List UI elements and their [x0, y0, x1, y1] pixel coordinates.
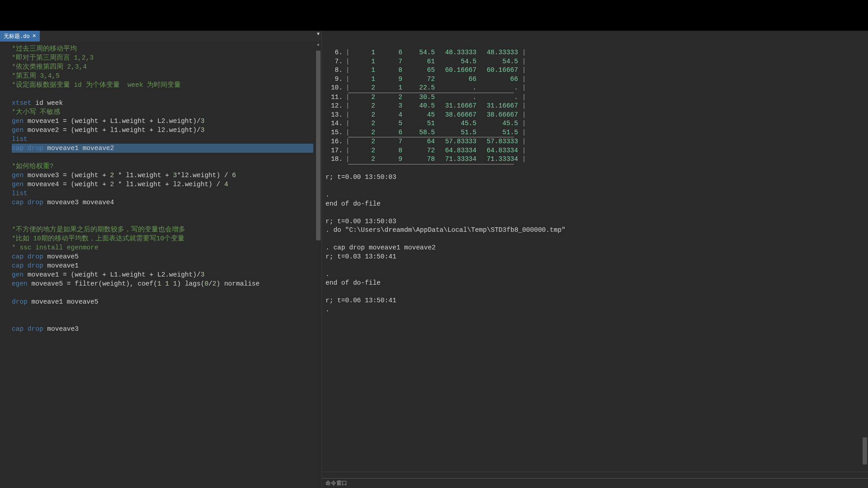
- close-icon[interactable]: ×: [33, 33, 36, 39]
- code-editor[interactable]: *过去三周的移动平均*即对于第三周而言 1,2,3*依次类推第四周 2,3,4*…: [10, 42, 315, 488]
- scroll-thumb[interactable]: [316, 51, 321, 240]
- results-scroll-thumb[interactable]: [863, 437, 867, 465]
- editor-pane: 无标题.do × ▼ *过去三周的移动平均*即对于第三周而言 1,2,3*依次类…: [0, 31, 322, 488]
- divider: [322, 472, 868, 478]
- editor-scrollbar[interactable]: ▲: [315, 42, 321, 488]
- results-scrollbar[interactable]: [862, 31, 868, 472]
- chevron-down-icon[interactable]: ▼: [317, 32, 320, 37]
- workspace: 无标题.do × ▼ *过去三周的移动平均*即对于第三周而言 1,2,3*依次类…: [0, 31, 868, 488]
- file-tab[interactable]: 无标题.do ×: [0, 31, 40, 42]
- tab-bar: 无标题.do × ▼: [0, 31, 321, 42]
- command-window[interactable]: 命令窗口: [322, 478, 868, 488]
- editor-gutter: [0, 42, 10, 488]
- scroll-up-icon[interactable]: ▲: [315, 42, 321, 48]
- editor-wrap: *过去三周的移动平均*即对于第三周而言 1,2,3*依次类推第四周 2,3,4*…: [0, 42, 321, 488]
- tab-label: 无标题.do: [4, 33, 30, 40]
- command-label: 命令窗口: [326, 480, 347, 487]
- results-pane: 6.|1654.548.3333348.33333 |7.|176154.554…: [322, 31, 868, 488]
- results-window[interactable]: 6.|1654.548.3333348.33333 |7.|176154.554…: [322, 31, 868, 472]
